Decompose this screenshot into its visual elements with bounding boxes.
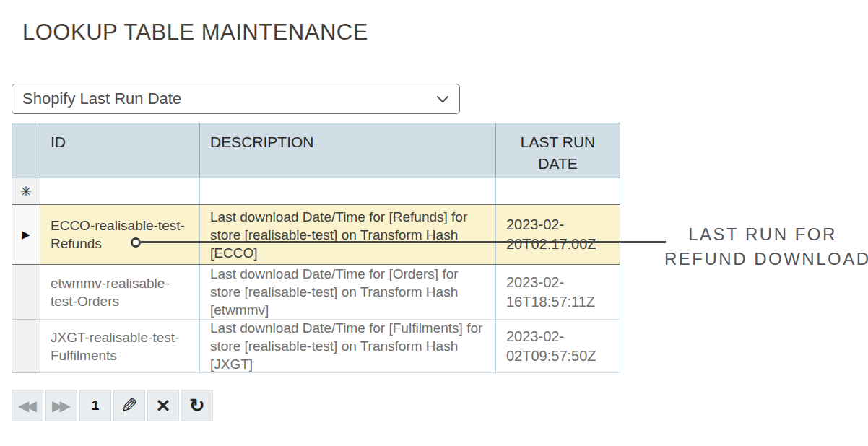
pencil-icon: ✎	[121, 394, 137, 418]
table-row-orders[interactable]: etwmmv-realisable-test-Orders Last downl…	[12, 265, 620, 320]
last-run-date-cell[interactable]: 2023-02-20T02:17:00Z	[496, 205, 620, 265]
last-run-date-cell[interactable]: 2023-02-16T18:57:11Z	[496, 265, 620, 320]
new-record-id-cell[interactable]	[40, 178, 200, 205]
callout-circle-marker	[131, 237, 141, 248]
row-selector-cell[interactable]	[12, 265, 40, 320]
column-header-id[interactable]: ID	[40, 123, 200, 178]
next-page-button[interactable]: ▶▶	[45, 390, 77, 421]
row-selector-cell[interactable]: ▶	[12, 205, 40, 265]
previous-arrows-icon: ◀◀	[18, 397, 37, 414]
page-number: 1	[92, 398, 100, 414]
new-record-description-cell[interactable]	[200, 178, 496, 205]
refresh-button[interactable]: ↻	[181, 390, 213, 421]
annotation-line-2: REFUND DOWNLOAD	[664, 247, 861, 271]
new-record-row[interactable]: ✳	[12, 178, 620, 205]
column-header-description[interactable]: DESCRIPTION	[200, 123, 496, 178]
selected-row-marker-icon: ▶	[22, 228, 30, 241]
id-cell[interactable]: ECCO-realisable-test-Refunds	[40, 205, 200, 265]
last-run-date-cell[interactable]: 2023-02-02T09:57:50Z	[496, 320, 620, 373]
description-cell[interactable]: Last download Date/Time for [Refunds] fo…	[200, 205, 496, 265]
new-record-asterisk-icon: ✳	[20, 183, 32, 200]
grid-header-row: ID DESCRIPTION LAST RUN DATE	[12, 123, 620, 178]
lookup-table-select[interactable]: Shopify Last Run Date	[12, 84, 460, 114]
page-title: LOOKUP TABLE MAINTENANCE	[22, 19, 368, 45]
new-record-selector-cell[interactable]: ✳	[12, 178, 40, 205]
table-row-refunds[interactable]: ▶ ECCO-realisable-test-Refunds Last down…	[12, 205, 620, 265]
table-row-fulfilments[interactable]: JXGT-realisable-test-Fulfilments Last do…	[12, 320, 620, 373]
delete-x-icon: ✕	[156, 395, 171, 416]
previous-page-button[interactable]: ◀◀	[12, 390, 43, 421]
row-selector-header-cell	[12, 123, 40, 178]
annotation-line-1: LAST RUN FOR	[664, 222, 861, 247]
id-cell[interactable]: JXGT-realisable-test-Fulfilments	[40, 320, 200, 373]
page-number-button[interactable]: 1	[79, 390, 111, 421]
new-record-date-cell[interactable]	[496, 178, 620, 205]
id-cell[interactable]: etwmmv-realisable-test-Orders	[40, 265, 200, 320]
column-header-last-run-date[interactable]: LAST RUN DATE	[496, 123, 620, 178]
edit-record-button[interactable]: ✎	[113, 390, 145, 421]
delete-record-button[interactable]: ✕	[147, 390, 179, 421]
next-arrows-icon: ▶▶	[52, 397, 71, 414]
row-selector-cell[interactable]	[12, 320, 40, 373]
description-cell[interactable]: Last download Date/Time for [Orders] for…	[200, 265, 496, 320]
record-navigation-toolbar: ◀◀ ▶▶ 1 ✎ ✕ ↻	[12, 390, 213, 421]
description-cell[interactable]: Last download Date/Time for [Fulfilments…	[200, 320, 496, 373]
lookup-table-select-value: Shopify Last Run Date	[12, 89, 181, 108]
lookup-table-maintenance-page: LOOKUP TABLE MAINTENANCE Shopify Last Ru…	[0, 0, 868, 446]
callout-line	[141, 241, 666, 243]
callout-annotation: LAST RUN FOR REFUND DOWNLOAD	[664, 222, 861, 271]
lookup-data-grid: ID DESCRIPTION LAST RUN DATE ✳ ▶ ECCO-re…	[12, 123, 620, 373]
refresh-icon: ↻	[189, 395, 205, 417]
chevron-down-icon	[436, 94, 449, 107]
